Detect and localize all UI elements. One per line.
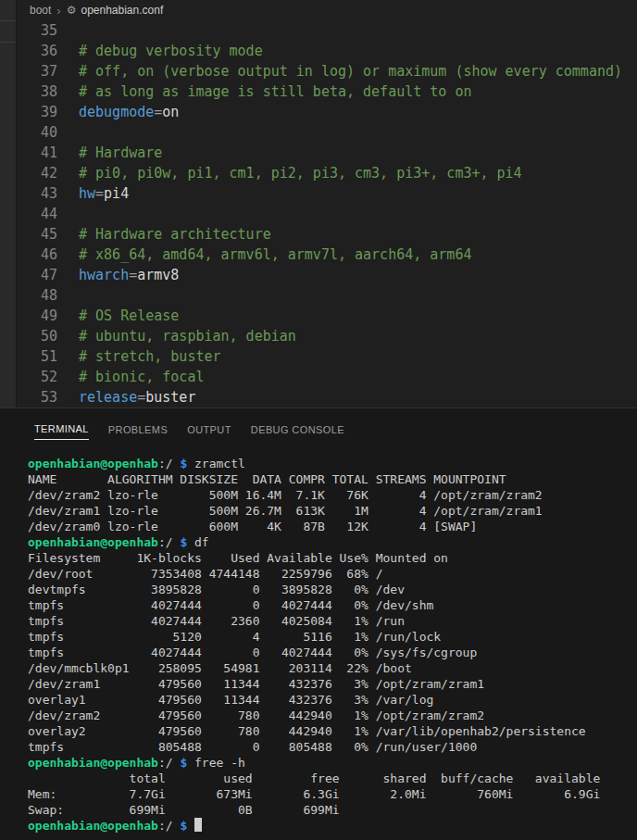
panel-tab-bar: TERMINAL PROBLEMS OUTPUT DEBUG CONSOLE [0, 408, 637, 444]
terminal-line: Filesystem 1K-blocks Used Available Use%… [28, 550, 637, 566]
line-number: 36 [17, 41, 57, 61]
line-number: 50 [17, 326, 57, 346]
breadcrumb: boot › ⚙ openhabian.conf [17, 0, 637, 20]
terminal-line: /dev/zram1 lzo-rle 500M 26.7M 613K 1M 4 … [28, 503, 637, 519]
terminal-line: openhabian@openhab:/ $ zramctl [28, 456, 637, 471]
terminal-line: openhabian@openhab:/ $ free -h [28, 755, 637, 771]
terminal-line: tmpfs 5120 4 5116 1% /run/lock [28, 629, 637, 645]
line-number: 46 [17, 244, 57, 265]
editor[interactable]: 3536# debug verbosity mode37# off, on (v… [17, 20, 637, 407]
terminal-line: /dev/zram1 479560 11344 432376 3% /opt/z… [28, 676, 637, 692]
terminal[interactable]: openhabian@openhab:/ $ zramctlNAME ALGOR… [0, 444, 637, 834]
terminal-line: openhabian@openhab:/ $ [28, 818, 637, 834]
terminal-line: /dev/zram2 479560 780 442940 1% /opt/zra… [28, 708, 637, 723]
code-line[interactable]: 35 [17, 20, 637, 41]
line-number: 35 [17, 20, 57, 41]
line-number: 53 [17, 387, 57, 407]
line-number: 52 [17, 367, 57, 387]
code-line[interactable]: 53release=buster [17, 387, 637, 407]
tab-problems[interactable]: PROBLEMS [108, 413, 168, 440]
code-line[interactable]: 48 [17, 285, 637, 306]
gear-icon: ⚙ [67, 4, 77, 17]
line-number: 39 [17, 102, 57, 122]
line-number: 45 [17, 224, 57, 244]
code-line[interactable]: 46# x86_64, amd64, armv6l, armv7l, aarch… [17, 244, 637, 265]
tab-debug-console[interactable]: DEBUG CONSOLE [251, 413, 344, 440]
sidebar-edge [0, 0, 17, 407]
terminal-line: /dev/root 7353408 4744148 2259796 68% / [28, 566, 637, 582]
terminal-line: tmpfs 805488 0 805488 0% /run/user/1000 [28, 739, 637, 755]
terminal-line: total used free shared buff/cache availa… [28, 771, 637, 786]
breadcrumb-file[interactable]: openhabian.conf [81, 4, 163, 17]
terminal-cursor [194, 818, 202, 832]
code-line[interactable]: 50# ubuntu, raspbian, debian [17, 326, 637, 346]
terminal-line: tmpfs 4027444 0 4027444 0% /dev/shm [28, 597, 637, 613]
editor-lines: 3536# debug verbosity mode37# off, on (v… [17, 20, 637, 407]
line-number: 40 [17, 122, 57, 143]
line-number: 49 [17, 306, 57, 326]
bottom-panel: TERMINAL PROBLEMS OUTPUT DEBUG CONSOLE o… [0, 407, 637, 840]
code-line[interactable]: 47hwarch=armv8 [17, 265, 637, 285]
line-number: 51 [17, 346, 57, 367]
breadcrumb-folder[interactable]: boot [30, 4, 51, 17]
code-line[interactable]: 42# pi0, pi0w, pi1, cm1, pi2, pi3, cm3, … [17, 163, 637, 183]
line-number: 37 [17, 61, 57, 81]
code-line[interactable]: 38# as long as image is still beta, defa… [17, 81, 637, 102]
line-number: 47 [17, 265, 57, 285]
terminal-line: tmpfs 4027444 2360 4025084 1% /run [28, 613, 637, 629]
terminal-line: overlay1 479560 11344 432376 3% /var/log [28, 692, 637, 708]
terminal-line: Swap: 699Mi 0B 699Mi [28, 802, 637, 818]
code-line[interactable]: 51# stretch, buster [17, 346, 637, 367]
line-number: 42 [17, 163, 57, 183]
chevron-right-icon: › [56, 4, 60, 18]
code-line[interactable]: 39debugmode=on [17, 102, 637, 122]
terminal-line: overlay2 479560 780 442940 1% /var/lib/o… [28, 723, 637, 739]
terminal-line: /dev/mmcblk0p1 258095 54981 203114 22% /… [28, 660, 637, 676]
terminal-line: /dev/zram0 lzo-rle 600M 4K 87B 12K 4 [SW… [28, 519, 637, 534]
code-line[interactable]: 49# OS Release [17, 306, 637, 326]
code-line[interactable]: 45# Hardware architecture [17, 224, 637, 244]
line-number: 38 [17, 81, 57, 102]
terminal-line: Mem: 7.7Gi 673Mi 6.3Gi 2.0Mi 760Mi 6.9Gi [28, 786, 637, 802]
code-line[interactable]: 52# bionic, focal [17, 367, 637, 387]
tab-terminal[interactable]: TERMINAL [34, 412, 89, 440]
sidebar-divider [0, 20, 16, 21]
code-line[interactable]: 43hw=pi4 [17, 183, 637, 204]
terminal-line: tmpfs 4027444 0 4027444 0% /sys/fs/cgrou… [28, 645, 637, 660]
terminal-line: NAME ALGORITHM DISKSIZE DATA COMPR TOTAL… [28, 471, 637, 487]
vscode-window: boot › ⚙ openhabian.conf 3536# debug ver… [0, 0, 637, 840]
line-number: 44 [17, 204, 57, 224]
sidebar-divider [0, 42, 16, 43]
code-line[interactable]: 36# debug verbosity mode [17, 41, 637, 61]
code-line[interactable]: 40 [17, 122, 637, 143]
line-number: 43 [17, 183, 57, 204]
line-number: 41 [17, 143, 57, 163]
terminal-line: devtmpfs 3895828 0 3895828 0% /dev [28, 582, 637, 597]
terminal-line: /dev/zram2 lzo-rle 500M 16.4M 7.1K 76K 4… [28, 487, 637, 503]
line-number: 48 [17, 285, 57, 306]
code-line[interactable]: 44 [17, 204, 637, 224]
terminal-line: openhabian@openhab:/ $ df [28, 534, 637, 550]
code-line[interactable]: 41# Hardware [17, 143, 637, 163]
code-line[interactable]: 37# off, on (verbose output in log) or m… [17, 61, 637, 81]
tab-output[interactable]: OUTPUT [187, 413, 231, 440]
terminal-lines: openhabian@openhab:/ $ zramctlNAME ALGOR… [28, 456, 637, 834]
